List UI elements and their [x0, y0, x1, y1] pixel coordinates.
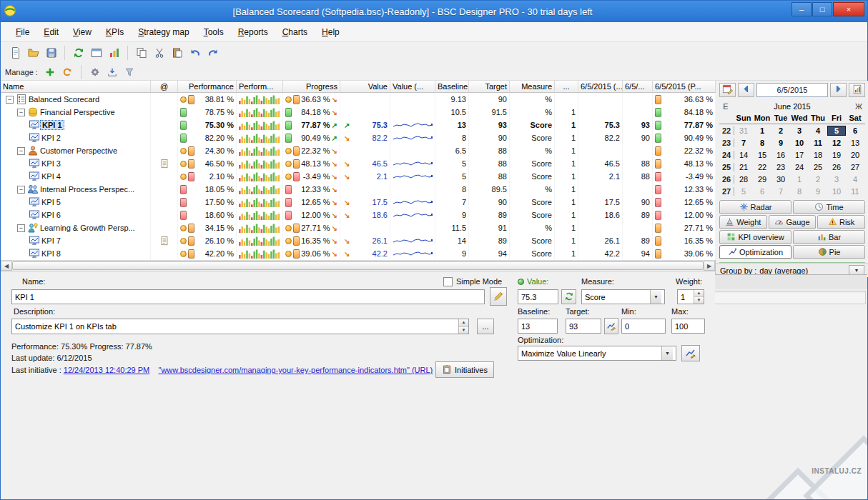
chart-tab-bar[interactable]: Bar	[793, 230, 865, 244]
update-button[interactable]	[59, 65, 75, 79]
undo-button[interactable]	[186, 44, 204, 61]
calendar-day[interactable]: 8	[753, 139, 771, 147]
max-input[interactable]: 100	[671, 319, 705, 334]
measure-select[interactable]: Score▼	[581, 289, 665, 304]
name-input[interactable]: KPI 1	[11, 289, 485, 304]
table-row-kpi-1[interactable]: KPI 175.30 %77.87 %↗↗75.31393Score175.39…	[1, 119, 715, 131]
table-row-kpi-4[interactable]: KPI 42.10 %-3.49 %↘↘2.1588Score12.188-3.…	[1, 170, 715, 183]
group-by-value[interactable]: day (average)	[759, 266, 808, 275]
calendar-day[interactable]: 24	[790, 163, 809, 171]
calendar-day[interactable]: 3	[827, 175, 846, 184]
table-row-kpi-8[interactable]: KPI 842.20 %39.06 %↘↘42.2994Score142.294…	[1, 247, 715, 260]
calendar-day[interactable]: 7	[734, 139, 753, 147]
calendar-day[interactable]: 6	[753, 187, 771, 196]
table-row-kpi-5[interactable]: KPI 517.50 %12.65 %↘↘17.5790Score117.590…	[1, 196, 715, 209]
scroll-thumb[interactable]	[12, 261, 704, 270]
add-item-button[interactable]	[42, 65, 58, 79]
edit-name-button[interactable]	[490, 287, 507, 306]
calendar-day[interactable]: 10	[827, 187, 846, 196]
next-date-button[interactable]	[830, 83, 847, 97]
open-button[interactable]	[24, 44, 42, 61]
chart-tab-risk[interactable]: Risk	[817, 215, 865, 229]
filter-button[interactable]	[122, 65, 137, 79]
table-row-kpi-3[interactable]: KPI 346.50 %48.13 %↘↘46.5588Score146.588…	[1, 157, 715, 170]
cut-button[interactable]	[150, 44, 168, 61]
paste-button[interactable]	[168, 44, 186, 61]
new-scorecard-button[interactable]	[6, 44, 24, 61]
menu-item-tools[interactable]: Tools	[197, 25, 230, 39]
calendar-day[interactable]: 12	[827, 139, 846, 147]
description-scroll-down-icon[interactable]: ▼	[459, 327, 468, 334]
redo-button[interactable]	[204, 44, 222, 61]
calendar-day[interactable]: 13	[846, 139, 864, 147]
calendar-edit-button[interactable]	[719, 83, 736, 97]
column-header-[interactable]: @	[151, 81, 178, 93]
calendar-day[interactable]: 22	[753, 163, 771, 171]
calendar-day[interactable]: 1	[753, 126, 771, 135]
last-initiative-url-link[interactable]: "www.bscdesigner.com/managing-your-key-p…	[159, 366, 433, 374]
calendar-day[interactable]: 2	[771, 126, 790, 135]
calendar-day[interactable]: 3	[790, 126, 809, 135]
weight-down-icon[interactable]: ▼	[694, 297, 704, 304]
calendar-day[interactable]: 25	[809, 163, 827, 171]
calendar-day[interactable]: 20	[846, 151, 864, 159]
table-row-kpi-7[interactable]: KPI 726.10 %16.35 %↘↘26.11489Score126.18…	[1, 234, 715, 247]
chart-tab-weight[interactable]: Weight	[719, 215, 767, 229]
edit-window-button[interactable]	[87, 44, 105, 61]
calendar-day[interactable]: 8	[790, 187, 809, 196]
calendar-day[interactable]: 15	[753, 151, 771, 159]
chart-tab-optimization[interactable]: Optimization	[719, 245, 791, 259]
menu-item-view[interactable]: View	[66, 25, 98, 39]
chart-tab-gauge[interactable]: Gauge	[769, 215, 817, 229]
simple-mode-checkbox[interactable]	[443, 277, 453, 286]
dropdown-arrow-icon[interactable]: ▼	[661, 346, 673, 360]
column-header-[interactable]: ...	[555, 81, 578, 93]
dropdown-arrow-icon[interactable]: ▼	[650, 290, 661, 304]
close-button[interactable]: ×	[833, 2, 864, 16]
calendar-day[interactable]: 11	[809, 139, 827, 147]
menu-item-edit[interactable]: Edit	[37, 25, 65, 39]
column-header-6-5[interactable]: 6/5/...	[623, 81, 653, 93]
edit-values-chart-button[interactable]	[604, 318, 618, 334]
save-button[interactable]	[42, 44, 60, 61]
column-header-value[interactable]: Value (...	[390, 81, 435, 93]
calendar-day[interactable]: 1	[790, 175, 809, 184]
refresh-value-button[interactable]	[561, 289, 576, 304]
chart-tab-time[interactable]: Time	[793, 200, 865, 214]
calendar-day[interactable]: 14	[734, 151, 753, 159]
tree-expander[interactable]: −	[17, 147, 25, 155]
tree-expander[interactable]: −	[17, 186, 25, 194]
report-button[interactable]	[849, 83, 865, 97]
table-row-internal-process-perspec[interactable]: −Internal Process Perspec...18.05 %12.33…	[1, 183, 715, 196]
calendar-day[interactable]: 23	[771, 163, 790, 171]
calendar-day[interactable]: 10	[790, 139, 809, 147]
target-input[interactable]: 93	[566, 319, 601, 334]
calendar-day[interactable]: 21	[734, 163, 753, 171]
tree-expander[interactable]: −	[17, 109, 25, 116]
calendar-day[interactable]: 16	[771, 151, 790, 159]
table-row-financial-perspective[interactable]: −Financial Perspective78.75 %84.18 %↘10.…	[1, 106, 715, 119]
calendar-day[interactable]: 11	[846, 187, 864, 196]
column-header-6-5-2015-p[interactable]: 6/5/2015 (P...	[653, 81, 716, 93]
description-more-button[interactable]: ...	[477, 319, 494, 334]
charts-button[interactable]	[105, 44, 123, 61]
table-row-kpi-2[interactable]: KPI 282.20 %90.49 %↗↘82.2890Score182.290…	[1, 131, 715, 144]
minimize-button[interactable]: –	[791, 2, 812, 16]
current-date-field[interactable]: 6/5/2015	[756, 83, 828, 97]
menu-item-reports[interactable]: Reports	[232, 25, 275, 39]
tree-expander[interactable]: −	[6, 96, 14, 104]
weight-up-icon[interactable]: ▲	[694, 290, 704, 297]
column-header-measure[interactable]: Measure	[510, 81, 555, 93]
calendar-day[interactable]: 17	[790, 151, 809, 159]
chart-tab-kpi-overview[interactable]: KPI overview	[719, 230, 791, 244]
calendar-day[interactable]: 5	[734, 187, 753, 196]
column-header-target[interactable]: Target	[469, 81, 510, 93]
copy-button[interactable]	[132, 44, 150, 61]
scroll-right-arrow[interactable]: ▶	[704, 261, 715, 271]
table-row-customer-perspective[interactable]: −Customer Perspective24.30 %22.32 %↘6.58…	[1, 144, 715, 157]
table-row-learning-growth-persp[interactable]: −Learning & Growth Persp...34.15 %27.71 …	[1, 221, 715, 234]
baseline-input[interactable]: 13	[518, 319, 558, 334]
column-header-value[interactable]: Value	[340, 81, 390, 93]
calendar-day[interactable]: 7	[771, 187, 790, 196]
menu-item-help[interactable]: Help	[315, 25, 346, 39]
